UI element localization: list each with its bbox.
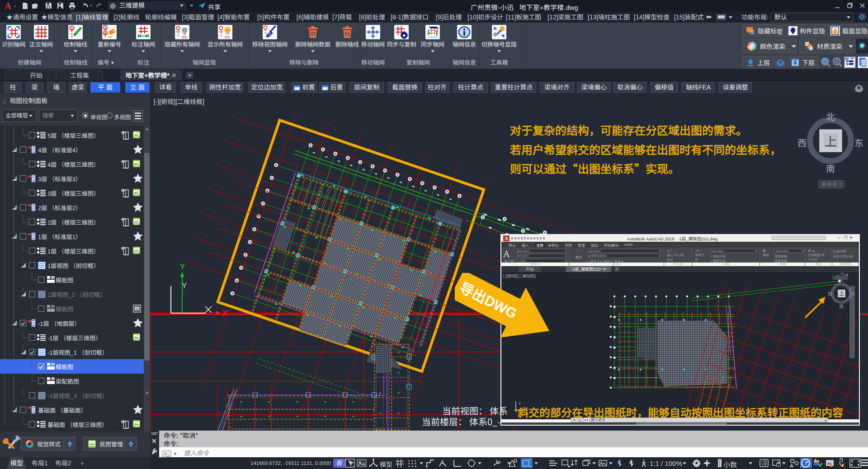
- svg-text:南: 南: [839, 303, 844, 310]
- svg-text:A: A: [104, 31, 107, 35]
- svg-text:上: 上: [839, 289, 844, 297]
- svg-text:X: X: [222, 309, 228, 318]
- svg-text:Y: Y: [182, 281, 187, 290]
- svg-text:1: 1: [104, 26, 107, 30]
- svg-text:Y: Y: [180, 263, 185, 271]
- svg-text:西: 西: [828, 290, 832, 297]
- svg-text:1: 1: [71, 26, 73, 30]
- svg-text:A: A: [5, 1, 12, 11]
